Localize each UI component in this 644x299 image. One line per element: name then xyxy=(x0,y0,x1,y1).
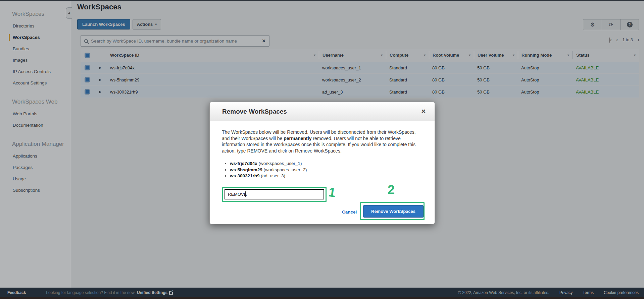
close-icon[interactable]: ✕ xyxy=(421,108,426,115)
dialog-body: The WorkSpaces below will be Removed. Us… xyxy=(210,121,435,179)
list-item: ws-5hsqlmm29 (workspaces_user_2) xyxy=(230,167,423,173)
remove-workspaces-dialog: Remove WorkSpaces ✕ The WorkSpaces below… xyxy=(209,102,435,224)
remove-workspaces-button[interactable]: Remove WorkSpaces xyxy=(363,205,424,218)
cancel-button[interactable]: Cancel xyxy=(342,210,357,215)
workspaces-to-remove-list: ws-frjs7d04x (workspaces_user_1) ws-5hsq… xyxy=(230,161,423,179)
confirm-remove-input[interactable] xyxy=(225,189,324,199)
dialog-title: Remove WorkSpaces xyxy=(222,108,421,115)
list-item: ws-300321rh9 (ad_user_3) xyxy=(230,173,423,179)
annotation-step1-number: 1 xyxy=(328,185,336,200)
dialog-warning-text: The WorkSpaces below will be Removed. Us… xyxy=(222,129,423,154)
annotation-step2-number: 2 xyxy=(388,183,395,197)
dialog-header: Remove WorkSpaces ✕ xyxy=(210,102,435,121)
list-item: ws-frjs7d04x (workspaces_user_1) xyxy=(230,161,423,167)
text-cursor xyxy=(245,191,246,197)
